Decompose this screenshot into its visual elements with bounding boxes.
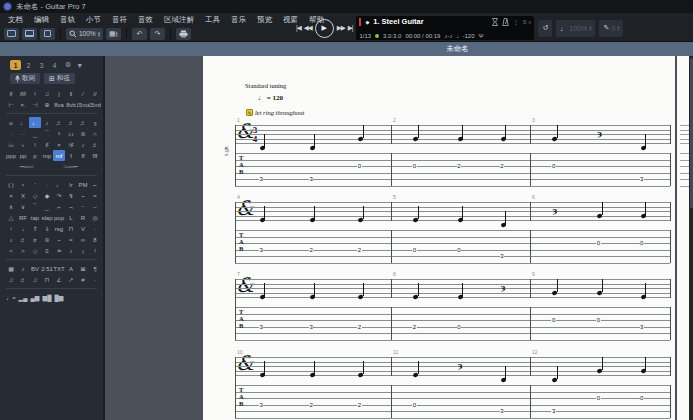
tab-fret-number[interactable]: 0 [551, 163, 555, 169]
menu-item-4[interactable]: 音符 [112, 15, 127, 25]
palette-icon-g0r1c7[interactable]: 15mb [89, 99, 101, 110]
palette-icon-g1r4c1[interactable]: > [49, 161, 93, 172]
palette-icon-g2r1c6[interactable]: ~ [77, 190, 89, 201]
palette-icon-g0r0c7[interactable]: // [89, 88, 101, 99]
palette-icon-g2r5c4[interactable]: ~ [53, 234, 65, 245]
fast-forward-button[interactable]: ▶▶ [337, 24, 345, 32]
relative-speed-control[interactable]: ♩ 100% ▴▾ [556, 20, 595, 37]
palette-icon-g2r0c2[interactable]: ′ [29, 179, 41, 190]
palette-icon-g0r1c6[interactable]: 15ma [77, 99, 89, 110]
palette-icon-g1r2c1[interactable]: ♭ [17, 139, 29, 150]
palette-icon-g3r1c0[interactable]: ♫ [5, 274, 17, 285]
palette-icon-g1r1c3[interactable]: ⌒ [41, 128, 53, 139]
palette-icon-g1r1c5[interactable]: ♪♪ [65, 128, 77, 139]
palette-icon-g3r1c3[interactable]: ⊓ [41, 274, 53, 285]
palette-icon-g1r0c0[interactable]: o [5, 117, 17, 128]
palette-icon-g3r0c5[interactable]: A [65, 263, 77, 274]
palette-icon-g1r3c6[interactable]: ff [77, 150, 89, 161]
tab-fret-number[interactable]: 3 [640, 324, 644, 330]
vertical-scrollbar[interactable] [689, 56, 693, 420]
tab-fret-number[interactable]: 2 [309, 247, 313, 253]
page-view-button[interactable] [4, 28, 19, 40]
palette-icon-g2r3c3[interactable]: slap [41, 212, 53, 223]
tempo-display[interactable]: ♩-120 [456, 33, 474, 39]
palette-icon-g3r0c4[interactable]: TXT [53, 263, 65, 274]
tab-fret-number[interactable]: 0 [412, 402, 416, 408]
palette-icon-g1r1c0[interactable]: · [5, 128, 17, 139]
tab-fret-number[interactable]: 2 [357, 402, 361, 408]
tab-fret-number[interactable]: 0 [457, 247, 461, 253]
palette-icon-g4r0c0[interactable]: ♩= [5, 292, 17, 303]
chords-button[interactable]: ⊞ 和弦 [44, 73, 75, 84]
palette-icon-g1r2c6[interactable]: ♪ [77, 139, 89, 150]
palette-icon-g3r1c4[interactable]: ∠ [53, 274, 65, 285]
tab-fret-number[interactable]: 0 [412, 163, 416, 169]
palette-icon-g2r3c0[interactable]: △ [5, 212, 17, 223]
palette-icon-g2r3c2[interactable]: tap [29, 212, 41, 223]
redo-button[interactable]: ↷ [150, 28, 165, 40]
palette-icon-g1r1c4[interactable]: ³ [53, 128, 65, 139]
palette-icon-g2r5c1[interactable]: ♬ [17, 234, 29, 245]
tab-fret-number[interactable]: 3 [259, 324, 263, 330]
swing-setting[interactable]: ♪-♪ [444, 33, 452, 39]
palette-icon-g1r3c2[interactable]: p [29, 150, 41, 161]
palette-icon-g1r0c4[interactable]: ♬ [53, 117, 65, 128]
palette-icon-g2r3c6[interactable]: R [77, 212, 89, 223]
menu-item-7[interactable]: 工具 [205, 15, 220, 25]
tab-fret-number[interactable]: 0 [596, 317, 600, 323]
tab-fret-number[interactable]: 0 [640, 395, 644, 401]
palette-icon-g2r6c6[interactable]: ¡ [77, 245, 89, 256]
palette-icon-g2r6c2[interactable]: ◇ [29, 245, 41, 256]
palette-icon-g1r3c1[interactable]: pp [17, 150, 29, 161]
palette-icon-g0r1c4[interactable]: 8va [53, 99, 65, 110]
palette-icon-g1r1c2[interactable]: ‿ [29, 128, 41, 139]
palette-icon-g0r0c5[interactable]: ‖ [65, 88, 77, 99]
palette-icon-g4r0c4[interactable]: █▆ [53, 292, 65, 303]
palette-icon-g2r4c5[interactable]: ⊓ [65, 223, 77, 234]
edit-tempo-control[interactable]: ✎ 0 ▴▾ [599, 20, 623, 37]
tab-fret-number[interactable]: 3 [259, 402, 263, 408]
palette-icon-g3r0c7[interactable]: ¶ [89, 263, 101, 274]
palette-icon-g1r3c4[interactable]: mf [53, 150, 65, 161]
palette-icon-g0r1c0[interactable]: ⊢ [5, 99, 17, 110]
palette-icon-g2r2c1[interactable]: ∨ [17, 201, 29, 212]
palette-icon-g4r0c1[interactable]: ▂▄ [17, 292, 29, 303]
palette-icon-g3r1c7[interactable]: · [89, 274, 101, 285]
palette-icon-g2r2c4[interactable]: ⌐ [53, 201, 65, 212]
palette-icon-g2r2c6[interactable]: ⌣ [77, 201, 89, 212]
play-button[interactable]: ▶ [315, 19, 334, 38]
zoom-stepper[interactable]: ▴▾ [98, 31, 100, 37]
palette-icon-g4r0c2[interactable]: ▄▆ [29, 292, 41, 303]
let-ring-marking[interactable]: ✎ let ring throughout [246, 109, 304, 116]
palette-icon-g2r6c3[interactable]: ≡ [41, 245, 53, 256]
tab-fret-number[interactable]: 3 [309, 176, 313, 182]
palette-icon-g3r0c6[interactable]: ⊠ [77, 263, 89, 274]
menu-item-8[interactable]: 音乐 [231, 15, 246, 25]
palette-icon-g1r3c5[interactable]: f [65, 150, 77, 161]
voice-button-2[interactable]: 2 [23, 60, 34, 70]
palette-icon-g2r4c7[interactable]: · [89, 223, 101, 234]
menu-item-5[interactable]: 音效 [138, 15, 153, 25]
palette-icon-g1r2c2[interactable]: ♮ [29, 139, 41, 150]
palette-icon-g0r1c2[interactable]: ⊣ [29, 99, 41, 110]
palette-icon-g3r1c5[interactable]: ↗ [65, 274, 77, 285]
tab-fret-number[interactable]: 2 [500, 163, 504, 169]
countdown-icon[interactable] [492, 18, 498, 26]
palette-icon-g1r1c7[interactable]: ∩ [89, 128, 101, 139]
palette-icon-g1r2c3[interactable]: ♯ [41, 139, 53, 150]
palette-icon-g2r6c5[interactable]: ♪ [65, 245, 77, 256]
palette-icon-g1r0c3[interactable]: ♪ [41, 117, 53, 128]
palette-icon-g1r2c0[interactable]: ♭♭ [5, 139, 17, 150]
menu-item-3[interactable]: 小节 [86, 15, 101, 25]
tab-fret-number[interactable]: 0 [596, 240, 600, 246]
palette-icon-g2r1c5[interactable]: ↯ [65, 190, 77, 201]
palette-icon-g2r6c7[interactable]: ! [89, 245, 101, 256]
palette-icon-g2r5c7[interactable]: 8 [89, 234, 101, 245]
palette-icon-g2r6c4[interactable]: ≐ [53, 245, 65, 256]
palette-icon-g2r5c6[interactable]: ∞ [77, 234, 89, 245]
palette-icon-g3r0c0[interactable]: ▦ [5, 263, 17, 274]
tab-fret-number[interactable]: 0 [357, 163, 361, 169]
palette-icon-g2r2c5[interactable]: ¬ [65, 201, 77, 212]
palette-icon-g3r0c1[interactable]: ♪ [17, 263, 29, 274]
palette-icon-g2r1c7[interactable]: ≈ [89, 190, 101, 201]
